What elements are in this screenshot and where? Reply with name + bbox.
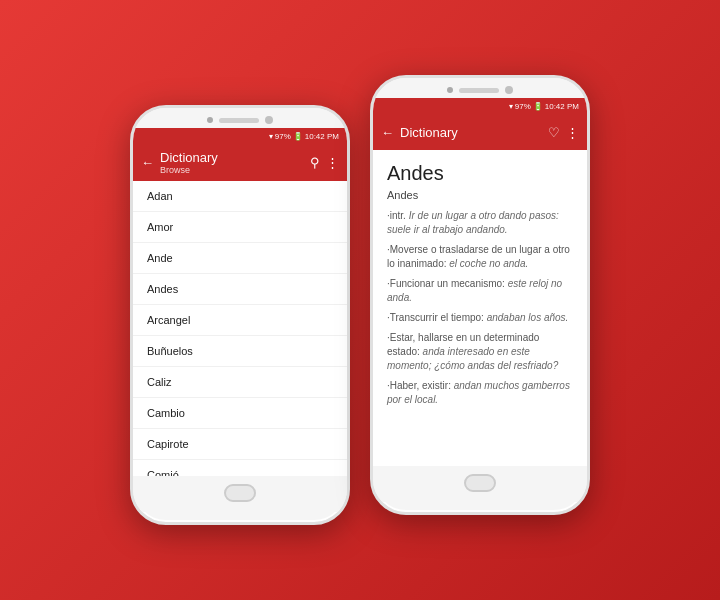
right-back-button[interactable]: ← (381, 126, 394, 139)
right-title-group: Dictionary (400, 125, 542, 140)
right-time: 10:42 PM (545, 102, 579, 111)
left-app-bar-icons: ⚲ ⋮ (310, 156, 339, 169)
definition-example: Ir de un lugar a otro dando pasos: suele… (387, 210, 559, 235)
word-list-item[interactable]: Ande (133, 243, 347, 274)
speaker-left (219, 118, 259, 123)
right-battery-icon: 🔋 (533, 102, 543, 111)
phones-container: ▾ 97% 🔋 10:42 PM ← Dictionary Browse ⚲ ⋮ (130, 75, 590, 525)
word-list-item[interactable]: Capirote (133, 429, 347, 460)
right-phone: ▾ 97% 🔋 10:42 PM ← Dictionary ♡ ⋮ Andes (370, 75, 590, 515)
right-favorite-button[interactable]: ♡ (548, 126, 560, 139)
phone-top-hardware-left (133, 108, 347, 128)
left-back-button[interactable]: ← (141, 156, 154, 169)
left-phone-screen: ▾ 97% 🔋 10:42 PM ← Dictionary Browse ⚲ ⋮ (133, 128, 347, 476)
right-signal-icon: ▾ 97% (509, 102, 531, 111)
definition-prefix: ·Haber, existir: (387, 380, 454, 391)
sensor-right (447, 87, 453, 93)
right-status-icons: ▾ 97% 🔋 10:42 PM (509, 102, 579, 111)
word-list-item[interactable]: Comió (133, 460, 347, 476)
definition-item: ·intr. Ir de un lugar a otro dando pasos… (387, 209, 573, 237)
left-battery-icon: 🔋 (293, 132, 303, 141)
definition-item: ·Haber, existir: andan muchos gamberros … (387, 379, 573, 407)
right-status-bar: ▾ 97% 🔋 10:42 PM (373, 98, 587, 114)
word-list: AdanAmorAndeAndesArcangelBuñuelosCalizCa… (133, 181, 347, 476)
left-status-icons: ▾ 97% 🔋 10:42 PM (269, 132, 339, 141)
definition-prefix: ·Transcurrir el tiempo: (387, 312, 487, 323)
left-more-button[interactable]: ⋮ (326, 156, 339, 169)
phone-top-hardware-right (373, 78, 587, 98)
left-phone: ▾ 97% 🔋 10:42 PM ← Dictionary Browse ⚲ ⋮ (130, 105, 350, 525)
definition-item: ·Estar, hallarse en un determinado estad… (387, 331, 573, 373)
left-title-group: Dictionary Browse (160, 150, 304, 175)
definition-item: ·Funcionar un mecanismo: este reloj no a… (387, 277, 573, 305)
home-button-right[interactable] (464, 474, 496, 492)
camera-left (265, 116, 273, 124)
word-list-item[interactable]: Cambio (133, 398, 347, 429)
word-list-item[interactable]: Arcangel (133, 305, 347, 336)
definition-item: ·Moverse o trasladarse de un lugar a otr… (387, 243, 573, 271)
right-phone-screen: ▾ 97% 🔋 10:42 PM ← Dictionary ♡ ⋮ Andes (373, 98, 587, 466)
right-app-title: Dictionary (400, 125, 542, 140)
phone-bottom-hardware-left (133, 476, 347, 512)
right-app-bar: ← Dictionary ♡ ⋮ (373, 114, 587, 150)
definitions-list: ·intr. Ir de un lugar a otro dando pasos… (387, 209, 573, 407)
detail-entry-label: Andes (387, 189, 573, 201)
left-app-subtitle: Browse (160, 165, 304, 175)
phone-bottom-hardware-right (373, 466, 587, 502)
definition-item: ·Transcurrir el tiempo: andaban los años… (387, 311, 573, 325)
definition-prefix: ·Funcionar un mecanismo: (387, 278, 508, 289)
word-list-item[interactable]: Adan (133, 181, 347, 212)
word-list-item[interactable]: Andes (133, 274, 347, 305)
camera-right (505, 86, 513, 94)
left-signal-icon: ▾ 97% (269, 132, 291, 141)
word-list-item[interactable]: Caliz (133, 367, 347, 398)
left-search-button[interactable]: ⚲ (310, 156, 320, 169)
left-status-bar: ▾ 97% 🔋 10:42 PM (133, 128, 347, 144)
left-app-bar: ← Dictionary Browse ⚲ ⋮ (133, 144, 347, 181)
home-button-left[interactable] (224, 484, 256, 502)
speaker-right (459, 88, 499, 93)
word-list-item[interactable]: Buñuelos (133, 336, 347, 367)
definition-example: andaban los años. (487, 312, 569, 323)
right-app-bar-icons: ♡ ⋮ (548, 126, 579, 139)
right-more-button[interactable]: ⋮ (566, 126, 579, 139)
detail-word-title: Andes (387, 162, 573, 185)
word-list-item[interactable]: Amor (133, 212, 347, 243)
left-app-title: Dictionary (160, 150, 304, 165)
definition-prefix: ·intr. (387, 210, 409, 221)
sensor-left (207, 117, 213, 123)
definition-example: el coche no anda. (449, 258, 528, 269)
left-time: 10:42 PM (305, 132, 339, 141)
word-detail-view: Andes Andes ·intr. Ir de un lugar a otro… (373, 150, 587, 425)
